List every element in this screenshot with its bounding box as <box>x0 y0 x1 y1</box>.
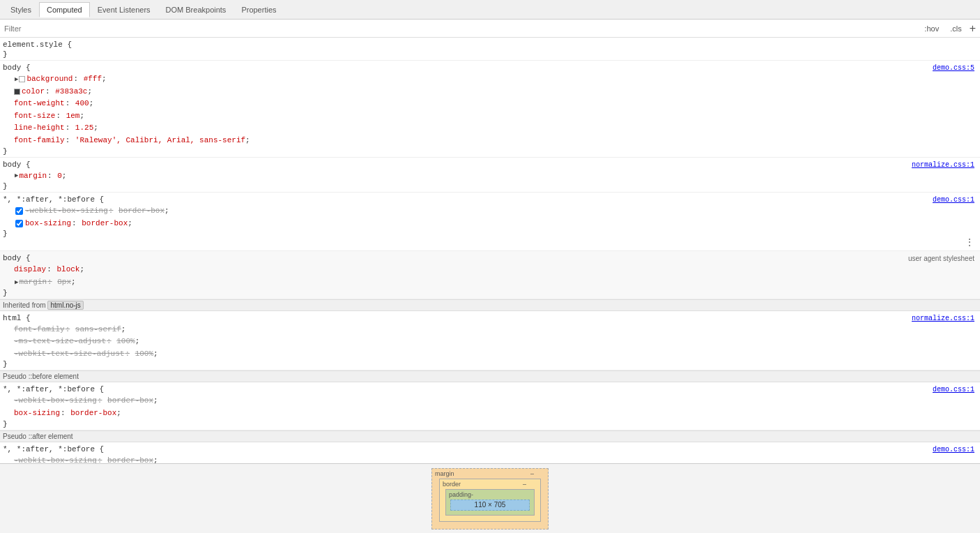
rule-pseudo-before: demo.css:1 *, *:after, *:before { -webki… <box>0 382 980 430</box>
prop-value: sans-serif <box>75 324 121 336</box>
rule-source-star[interactable]: demo.css:1 <box>933 194 980 204</box>
prop-value: 400 <box>75 98 89 110</box>
prop-name: -webkit-box-sizing <box>25 205 108 218</box>
prop-background: ▶ background: #fff; <box>11 73 980 86</box>
pseudo-after-header: Pseudo ::after element <box>0 430 980 442</box>
rule-html-1: normalize.css:1 html { font-family: sans… <box>0 311 980 371</box>
prop-display: display: block; <box>11 264 980 276</box>
prop-value: 8px <box>57 276 71 289</box>
hov-button[interactable]: :hov <box>921 23 942 34</box>
prop-webkit-box-sizing-pb: -webkit-box-sizing: border-box; <box>11 395 980 407</box>
prop-ms-text-size: -ms-text-size-adjust: 100%; <box>11 336 980 348</box>
rule-props-body2: ▶ margin: 0; <box>0 170 980 183</box>
tab-properties[interactable]: Properties <box>233 2 284 17</box>
prop-value: block <box>56 264 79 276</box>
prop-name: font-family <box>14 324 65 336</box>
prop-value: border-box <box>107 395 153 407</box>
tabs-bar: Styles Computed Event Listeners DOM Brea… <box>0 0 980 20</box>
inherited-header: Inherited from html.no-js <box>0 299 980 311</box>
rule-selector-pseudo-after: *, *:after, *:before { <box>0 444 980 455</box>
styles-panel: element.style { } demo.css:5 body { ▶ ba… <box>0 38 980 463</box>
rule-star-after-before: demo.css:1 *, *:after, *:before { -webki… <box>0 193 980 251</box>
prop-line-height: line-height: 1.25; <box>11 122 980 135</box>
prop-margin: ▶ margin: 0; <box>11 170 980 183</box>
rule-closing-brace: } <box>0 360 980 368</box>
rule-selector-body1: body { <box>0 62 980 73</box>
rule-source-body2[interactable]: normalize.css:1 <box>912 159 980 169</box>
expand-arrow-icon[interactable]: ▶ <box>15 278 18 287</box>
prop-checkbox[interactable] <box>15 207 23 215</box>
prop-name: background <box>26 73 72 86</box>
prop-name: margin <box>19 170 47 183</box>
rule-props-body1: ▶ background: #fff; color: #383a3c; font… <box>0 73 980 147</box>
color-swatch-background[interactable] <box>19 76 25 82</box>
rule-closing-brace: } <box>0 289 980 297</box>
rule-source-pseudo-after[interactable]: demo.css:1 <box>933 444 980 453</box>
rule-closing-brace: } <box>0 230 980 238</box>
prop-box-sizing-pb: box-sizing: border-box; <box>11 407 980 420</box>
tab-styles[interactable]: Styles <box>3 2 39 17</box>
cls-button[interactable]: .cls <box>947 23 965 34</box>
rule-props-pseudo-before: -webkit-box-sizing: border-box; box-sizi… <box>0 395 980 419</box>
user-agent-badge: user agent stylesheet <box>908 253 980 262</box>
rule-closing-brace: } <box>0 147 980 156</box>
three-dots-icon[interactable]: ⋮ <box>0 238 980 249</box>
pseudo-before-label: Pseudo ::before element <box>3 373 79 380</box>
prop-name: line-height <box>14 122 65 135</box>
expand-arrow-icon[interactable]: ▶ <box>15 75 18 84</box>
rule-pseudo-after: demo.css:1 *, *:after, *:before { -webki… <box>0 442 980 464</box>
prop-name: font-weight <box>14 98 65 110</box>
prop-name: -webkit-text-size-adjust <box>14 348 124 361</box>
prop-webkit-box-sizing-pa: -webkit-box-sizing: border-box; <box>11 455 980 464</box>
add-rule-button[interactable]: + <box>970 23 976 34</box>
rule-closing-brace: } <box>0 182 980 190</box>
tab-dom-breakpoints[interactable]: DOM Breakpoints <box>158 2 234 17</box>
prop-value: 1em <box>66 110 80 123</box>
prop-value: border-box <box>118 205 164 218</box>
rule-body-1: demo.css:5 body { ▶ background: #fff; co… <box>0 61 980 158</box>
rule-closing-brace: } <box>0 50 980 59</box>
prop-webkit-box-sizing: -webkit-box-sizing: border-box; <box>11 205 980 218</box>
prop-color: color: #383a3c; <box>11 86 980 98</box>
prop-value: border-box <box>70 407 116 420</box>
rule-selector-body2: body { <box>0 159 980 170</box>
color-swatch-color[interactable] <box>14 89 20 95</box>
rule-source-html1[interactable]: normalize.css:1 <box>912 313 980 322</box>
prop-name: -ms-text-size-adjust <box>14 336 106 348</box>
filter-input[interactable] <box>4 24 144 33</box>
prop-value: border-box <box>107 455 153 464</box>
rule-selector: element.style { <box>0 39 980 50</box>
rule-source-body1[interactable]: demo.css:5 <box>933 62 980 72</box>
expand-arrow-icon[interactable]: ▶ <box>15 171 18 181</box>
prop-value: border-box <box>82 218 128 230</box>
prop-name: color <box>22 86 45 98</box>
prop-value: 100% <box>135 348 153 361</box>
prop-value: #fff <box>84 73 102 86</box>
prop-checkbox[interactable] <box>15 220 23 227</box>
prop-name: -webkit-box-sizing <box>14 455 97 464</box>
prop-box-sizing: box-sizing: border-box; <box>11 218 980 230</box>
pseudo-before-header: Pseudo ::before element <box>0 370 980 382</box>
rule-selector-html1: html { <box>0 313 980 324</box>
filter-bar: :hov .cls + <box>0 20 980 38</box>
prop-font-weight: font-weight: 400; <box>11 98 980 110</box>
prop-margin-ua: ▶ margin: 8px; <box>11 276 980 289</box>
rule-source-pseudo-before[interactable]: demo.css:1 <box>933 384 980 393</box>
pseudo-after-label: Pseudo ::after element <box>3 433 73 440</box>
rule-selector-pseudo-before: *, *:after, *:before { <box>0 384 980 395</box>
rule-body-2: normalize.css:1 body { ▶ margin: 0; } <box>0 158 980 193</box>
prop-font-family: font-family: 'Raleway', Calibri, Arial, … <box>11 135 980 147</box>
prop-value: 0 <box>57 170 62 183</box>
prop-name: font-size <box>14 110 55 123</box>
tab-computed[interactable]: Computed <box>39 2 90 17</box>
prop-value: 100% <box>116 336 135 348</box>
prop-webkit-text-size: -webkit-text-size-adjust: 100%; <box>11 348 980 361</box>
tab-event-listeners[interactable]: Event Listeners <box>90 2 158 17</box>
rule-props-pseudo-after: -webkit-box-sizing: border-box; box-sizi… <box>0 455 980 464</box>
prop-value: #383a3c <box>55 86 87 98</box>
prop-name: box-sizing <box>25 218 71 230</box>
prop-name: margin <box>19 276 47 289</box>
inherited-badge[interactable]: html.no-js <box>47 301 83 310</box>
prop-name: font-family <box>14 135 65 147</box>
rule-props-body3: display: block; ▶ margin: 8px; <box>0 264 980 288</box>
